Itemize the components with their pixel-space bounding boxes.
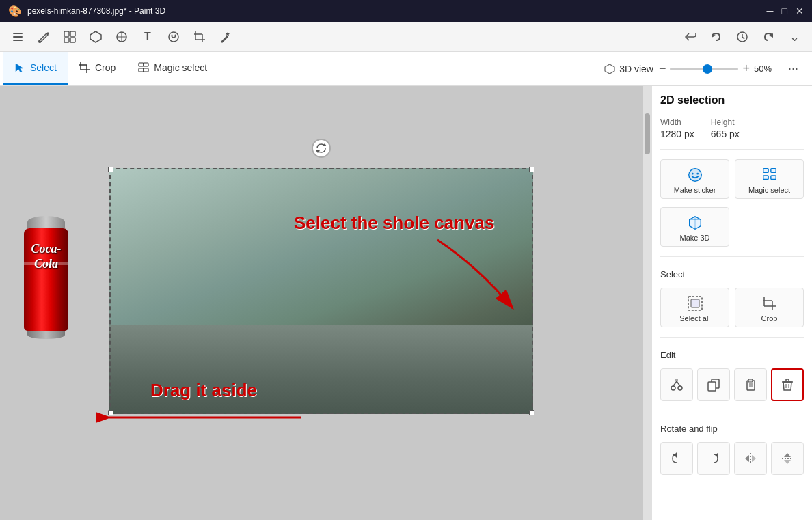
divider-4 <box>660 411 804 411</box>
canvas-area[interactable]: Coca-Cola Select the shole canvas <box>0 86 651 520</box>
more-options-button[interactable]: ··· <box>785 59 801 79</box>
svg-rect-28 <box>144 68 148 72</box>
3d-view-toggle[interactable]: 3D view <box>604 64 653 74</box>
edit-grid <box>660 368 804 401</box>
svg-point-3 <box>38 40 41 43</box>
stone-ground <box>109 325 533 414</box>
svg-marker-30 <box>323 143 327 146</box>
panel-title: 2D selection <box>660 94 804 107</box>
more-toolbar-icon[interactable]: ⌄ <box>782 25 807 49</box>
magic-select-button[interactable]: Magic select <box>735 159 804 199</box>
svg-rect-4 <box>64 31 69 36</box>
edit-section-label: Edit <box>660 350 804 360</box>
magic-select-label: Magic select <box>748 186 790 194</box>
zoom-plus[interactable]: + <box>742 61 750 76</box>
svg-rect-7 <box>70 38 75 42</box>
select-grid: Select all Crop <box>660 288 804 327</box>
rotate-left-button[interactable] <box>660 442 693 475</box>
cut-button[interactable] <box>660 368 693 401</box>
delete-button[interactable] <box>771 368 804 401</box>
window-title: pexels-himkan-877308.jpg* - Paint 3D <box>27 6 165 16</box>
tab-select[interactable]: Select <box>3 52 68 85</box>
svg-marker-67 <box>752 455 756 462</box>
height-label: Height <box>711 118 740 127</box>
menu-icon[interactable] <box>5 25 30 49</box>
rotate-right-button[interactable] <box>697 442 730 475</box>
zoom-slider[interactable] <box>670 68 738 70</box>
main-toolbar: T ⌄ <box>0 22 812 52</box>
divider-2 <box>660 256 804 257</box>
make-3d-button[interactable]: Make 3D <box>660 207 729 247</box>
svg-line-51 <box>677 381 680 386</box>
crop-toolbar-icon[interactable] <box>187 25 212 49</box>
circle-icon[interactable] <box>109 25 134 49</box>
svg-rect-41 <box>770 176 775 180</box>
3d-icon[interactable] <box>83 25 108 49</box>
svg-rect-1 <box>13 36 23 38</box>
undo-icon[interactable] <box>704 25 729 49</box>
svg-point-13 <box>175 34 176 36</box>
svg-rect-39 <box>770 169 775 173</box>
svg-rect-25 <box>139 63 144 66</box>
copy-button[interactable] <box>697 368 730 401</box>
svg-rect-6 <box>64 38 69 42</box>
canvas-image <box>109 168 533 414</box>
brush-icon[interactable] <box>31 25 56 49</box>
dimensions-row: Width 1280 px Height 665 px <box>660 118 804 139</box>
select-section-label: Select <box>660 269 804 279</box>
zoom-percentage: 50% <box>754 64 780 74</box>
svg-rect-56 <box>748 379 753 382</box>
effects-icon[interactable] <box>57 25 82 49</box>
svg-rect-40 <box>763 176 768 180</box>
tab-magic-select[interactable]: Magic select <box>126 52 218 85</box>
crop-button[interactable]: Crop <box>735 288 804 327</box>
make-sticker-label: Make sticker <box>674 186 716 194</box>
svg-point-48 <box>671 386 675 390</box>
svg-point-49 <box>678 386 682 390</box>
svg-marker-29 <box>605 64 614 74</box>
paste-button[interactable] <box>734 368 767 401</box>
vertical-scrollbar[interactable] <box>643 86 651 520</box>
make-sticker-button[interactable]: Select all Make sticker <box>660 159 729 199</box>
sticker-icon[interactable] <box>161 25 186 49</box>
minimize-button[interactable]: ─ <box>767 5 774 16</box>
divider-3 <box>660 337 804 338</box>
svg-point-36 <box>691 173 693 175</box>
svg-point-11 <box>169 32 178 42</box>
text-icon[interactable]: T <box>135 25 160 49</box>
tab-crop[interactable]: Crop <box>68 52 126 85</box>
svg-marker-70 <box>784 460 791 464</box>
make-3d-label: Make 3D <box>679 234 709 242</box>
svg-marker-63 <box>673 453 675 457</box>
share-icon[interactable] <box>678 25 703 49</box>
maximize-button[interactable]: □ <box>782 5 787 16</box>
svg-rect-54 <box>708 382 716 391</box>
svg-rect-0 <box>13 33 23 34</box>
width-label: Width <box>660 118 694 127</box>
app-icon: 🎨 <box>8 5 22 18</box>
zoom-minus[interactable]: − <box>659 61 666 76</box>
height-value: 665 px <box>711 128 740 139</box>
svg-rect-43 <box>691 299 699 307</box>
flip-vertical-button[interactable] <box>771 442 804 475</box>
svg-marker-66 <box>745 455 749 462</box>
redo-icon[interactable] <box>756 25 781 49</box>
svg-rect-5 <box>70 31 75 36</box>
svg-point-12 <box>172 34 173 36</box>
sticker-grid: Select all Make sticker Magic select <box>660 159 804 199</box>
zoom-control: − + 50% <box>659 61 780 76</box>
history-icon[interactable] <box>730 25 755 49</box>
svg-line-50 <box>673 381 677 386</box>
flip-horizontal-button[interactable] <box>734 442 767 475</box>
canvas-content: Coca-Cola <box>109 168 533 414</box>
close-button[interactable]: ✕ <box>796 5 804 16</box>
rotate-grid <box>660 442 804 475</box>
svg-marker-64 <box>715 453 718 457</box>
svg-point-37 <box>696 173 699 175</box>
title-bar: 🎨 pexels-himkan-877308.jpg* - Paint 3D ─… <box>0 0 812 22</box>
rotation-handle[interactable] <box>312 139 331 158</box>
rotate-section-label: Rotate and flip <box>660 424 804 434</box>
magic-icon[interactable] <box>213 25 238 49</box>
divider-1 <box>660 149 804 150</box>
select-all-button[interactable]: Select all <box>660 288 729 327</box>
